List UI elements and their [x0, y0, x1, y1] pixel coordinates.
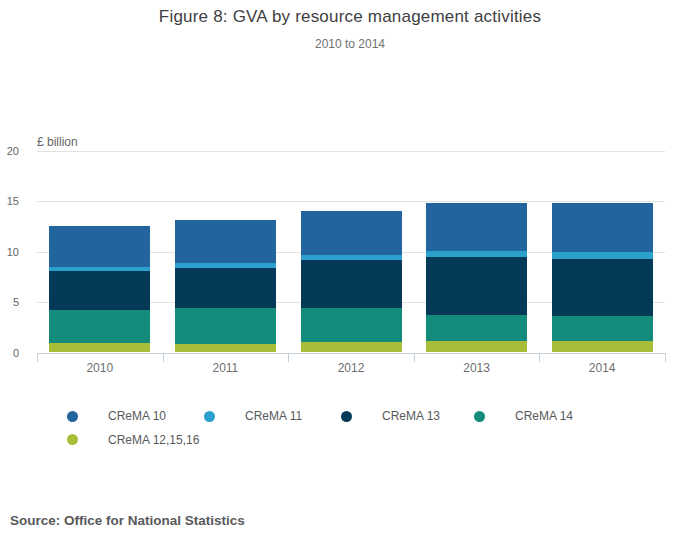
- legend-item-crema-10[interactable]: CReMA 10: [67, 409, 166, 423]
- legend-item-crema-13[interactable]: CReMA 13: [341, 409, 440, 423]
- gridline-y-15: [37, 201, 665, 202]
- bar-segment-crema-12-15-16-2012[interactable]: [301, 342, 402, 352]
- plot-area: £ billion 05101520 20102011201220132014: [0, 0, 700, 400]
- bar-segment-crema-10-2010[interactable]: [49, 226, 150, 267]
- x-axis-tick: [37, 353, 38, 362]
- legend-swatch-crema-14-icon: [474, 411, 485, 422]
- legend-label-crema-14: CReMA 14: [515, 409, 573, 423]
- bar-segment-crema-13-2014[interactable]: [552, 259, 653, 317]
- bar-segment-crema-13-2012[interactable]: [301, 260, 402, 308]
- bar-segment-crema-14-2012[interactable]: [301, 308, 402, 342]
- y-tick-label-15: 15: [0, 194, 19, 208]
- x-axis-label-2013: 2013: [432, 361, 522, 375]
- source-text: Source: Office for National Statistics: [10, 513, 245, 528]
- x-axis-tick: [414, 353, 415, 362]
- legend-label-crema-12-15-16: CReMA 12,15,16: [108, 433, 199, 447]
- legend-item-crema-14[interactable]: CReMA 14: [474, 409, 573, 423]
- bar-segment-crema-13-2013[interactable]: [426, 257, 527, 316]
- bar-segment-crema-14-2013[interactable]: [426, 315, 527, 341]
- bar-segment-crema-12-15-16-2013[interactable]: [426, 341, 527, 352]
- legend-swatch-crema-10-icon: [67, 411, 78, 422]
- legend-swatch-crema-12-15-16-icon: [67, 434, 78, 445]
- x-axis-label-2012: 2012: [306, 361, 396, 375]
- y-tick-label-20: 20: [0, 144, 19, 158]
- legend-label-crema-10: CReMA 10: [108, 409, 166, 423]
- bar-segment-crema-11-2014[interactable]: [552, 252, 653, 259]
- x-axis-tick: [163, 353, 164, 362]
- x-axis-tick: [288, 353, 289, 362]
- x-axis-tick: [665, 353, 666, 362]
- x-axis-line: [37, 353, 665, 354]
- bar-segment-crema-10-2013[interactable]: [426, 203, 527, 251]
- bar-segment-crema-11-2012[interactable]: [301, 255, 402, 260]
- x-axis-label-2010: 2010: [55, 361, 145, 375]
- bar-segment-crema-11-2011[interactable]: [175, 263, 276, 268]
- legend-label-crema-13: CReMA 13: [382, 409, 440, 423]
- legend-swatch-crema-13-icon: [341, 411, 352, 422]
- bar-segment-crema-13-2011[interactable]: [175, 268, 276, 308]
- x-axis-label-2014: 2014: [557, 361, 647, 375]
- gridline-y-20: [37, 151, 665, 152]
- bar-segment-crema-12-15-16-2011[interactable]: [175, 344, 276, 353]
- legend-item-crema-11[interactable]: CReMA 11: [204, 409, 302, 423]
- y-tick-label-5: 5: [0, 295, 19, 309]
- bar-segment-crema-10-2011[interactable]: [175, 220, 276, 263]
- y-axis-label: £ billion: [37, 135, 78, 149]
- x-axis-label-2011: 2011: [180, 361, 270, 375]
- bar-segment-crema-14-2010[interactable]: [49, 310, 150, 344]
- y-tick-label-0: 0: [0, 346, 19, 360]
- bar-segment-crema-10-2014[interactable]: [552, 203, 653, 252]
- bar-segment-crema-10-2012[interactable]: [301, 211, 402, 255]
- bar-segment-crema-11-2010[interactable]: [49, 267, 150, 271]
- bar-segment-crema-12-15-16-2014[interactable]: [552, 341, 653, 353]
- legend-item-crema-12-15-16[interactable]: CReMA 12,15,16: [67, 433, 199, 447]
- bar-segment-crema-13-2010[interactable]: [49, 271, 150, 309]
- y-tick-label-10: 10: [0, 245, 19, 259]
- bar-segment-crema-14-2011[interactable]: [175, 308, 276, 344]
- x-axis-tick: [539, 353, 540, 362]
- bar-segment-crema-11-2013[interactable]: [426, 251, 527, 257]
- legend-label-crema-11: CReMA 11: [245, 409, 302, 423]
- legend-swatch-crema-11-icon: [204, 411, 215, 422]
- bar-segment-crema-12-15-16-2010[interactable]: [49, 343, 150, 352]
- figure-container: Figure 8: GVA by resource management act…: [0, 0, 700, 549]
- bar-segment-crema-14-2014[interactable]: [552, 316, 653, 341]
